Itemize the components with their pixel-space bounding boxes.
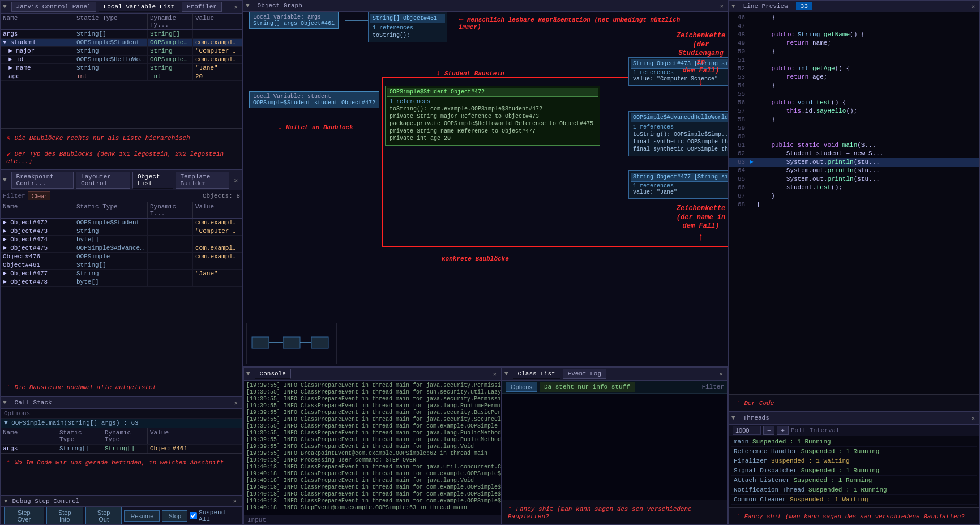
resume-button[interactable]: Resume: [124, 510, 160, 522]
suspend-all-checkbox[interactable]: [190, 512, 197, 519]
collapse-bp-icon[interactable]: ▼: [3, 177, 7, 183]
table-row[interactable]: ► Object#477 String "Jane": [1, 270, 242, 278]
annotation-typ-baublock: ↙ Der Typ des Baublocks (denk 1x1 legost…: [3, 147, 240, 167]
poll-minus-button[interactable]: −: [763, 426, 774, 435]
tab-object-list[interactable]: Object List: [132, 172, 173, 189]
table-row[interactable]: ► Object#475 OOPSimple$AdvancedHelloW...…: [1, 244, 242, 253]
svg-rect-6: [283, 337, 300, 348]
object475-node: OOPSimple$AdvancedHelloWorld Ob... 1 ref…: [628, 111, 728, 156]
console-line: [19:40:18] INFO ClassPrepareEvent in thr…: [246, 484, 499, 490]
console-line: [19:40:18] INFO StepEvent@com.example.OO…: [246, 504, 499, 511]
call-stack-options: Options: [1, 409, 242, 419]
table-row[interactable]: ► name String String "Jane": [1, 64, 242, 72]
code-line: 61 public static void main(S...: [729, 141, 979, 150]
collapse-icon[interactable]: ▼: [3, 3, 7, 10]
stop-button[interactable]: Stop: [162, 510, 187, 522]
table-row[interactable]: ► Object#473 String "Computer Science": [1, 227, 242, 236]
close-cs-button[interactable]: ✕: [232, 399, 240, 407]
collapse-cs-icon[interactable]: ▼: [3, 399, 7, 406]
table-row[interactable]: ▼ student OOPSimple$Student OOPSimple$S.…: [1, 39, 242, 47]
console-line: [19:40:18] INFO Processing user command:…: [246, 456, 499, 463]
code-line: 66 student.test();: [729, 183, 979, 192]
table-row[interactable]: ► major String String "Computer Science": [1, 47, 242, 56]
table-row[interactable]: age int int 20: [1, 72, 242, 81]
debug-step-header: ▼ Debug Step Control ✕: [1, 496, 242, 506]
table-row[interactable]: ► Object#478 byte[]: [1, 278, 242, 287]
collapse-debug-icon[interactable]: ▼: [4, 498, 8, 505]
tab-event-log[interactable]: Event Log: [563, 369, 606, 379]
thread-item[interactable]: Attach Listener Suspended : 1 Running: [731, 476, 977, 485]
line-preview-title: Line Preview: [740, 2, 791, 11]
collapse-lp-icon[interactable]: ▼: [731, 3, 735, 10]
line-preview-annotation-container: ↑ Der Code: [729, 394, 979, 411]
cs-table-header: Name Static Type Dynamic Type Value: [1, 428, 242, 445]
thread-item[interactable]: Reference Handler Suspended : 1 Running: [731, 447, 977, 456]
close-console-button[interactable]: ✕: [490, 370, 499, 378]
call-stack-entry[interactable]: ▼ OOPSimple.main(String[] args) : 63: [1, 419, 242, 428]
collapse-threads-icon[interactable]: ▼: [731, 415, 735, 421]
table-row[interactable]: Object#461 String[]: [1, 261, 242, 270]
table-row[interactable]: ► Object#474 byte[]: [1, 236, 242, 244]
current-line-indicator: 33: [796, 2, 812, 10]
code-line: 57 this.id.sayHello();: [729, 107, 979, 116]
thread-item[interactable]: Notification Thread Suspended : 1 Runnin…: [731, 485, 977, 495]
code-line: 67 }: [729, 192, 979, 200]
poll-interval-input[interactable]: [733, 426, 761, 435]
class-list-header: ▼ Class List Event Log ✕: [502, 368, 727, 381]
threads-title: Threads: [740, 413, 773, 422]
close-threads-button[interactable]: ✕: [969, 415, 977, 422]
console-line: [19:39:55] INFO ClassPrepareEvent in thr…: [246, 389, 499, 395]
console-line: [19:39:55] INFO BreakpointEvent@com.exam…: [246, 450, 499, 456]
step-into-button[interactable]: Step Into: [46, 507, 83, 525]
close-local-var-button[interactable]: ✕: [232, 3, 240, 11]
table-row[interactable]: ► Object#472 OOPSimple$Student com.examp…: [1, 219, 242, 227]
tab-local-variable-list[interactable]: Local Variable List: [99, 2, 179, 12]
table-row[interactable]: args String[] String[]: [1, 30, 242, 39]
console-output: [19:39:55] INFO ClassPrepareEvent in thr…: [244, 381, 501, 515]
collapse-cl-icon[interactable]: ▼: [504, 370, 508, 377]
annotation-bausteine-list: ↑ Die Bausteine nochmal alle aufgelistet: [3, 381, 240, 394]
annotation-der-code: ↑ Der Code: [733, 396, 976, 409]
tab-class-list[interactable]: Class List: [513, 369, 560, 379]
tab-console[interactable]: Console: [255, 369, 291, 379]
step-out-button[interactable]: Step Out: [85, 507, 122, 525]
collapse-og-icon[interactable]: ▼: [246, 2, 250, 9]
table-row[interactable]: ► id OOPSimple$HelloWorld OOPSimple$A...…: [1, 56, 242, 64]
tab-jarvis-control[interactable]: Jarvis Control Panel: [11, 2, 96, 12]
close-cl-button[interactable]: ✕: [717, 370, 725, 378]
tab-layouter-control[interactable]: Layouter Control: [76, 172, 130, 189]
console-line: [19:40:18] INFO ClassPrepareEvent in thr…: [246, 477, 499, 484]
step-over-button[interactable]: Step Over: [4, 507, 44, 525]
annotation-student-baustein: ↓ Student Baustein: [436, 69, 504, 78]
close-bp-button[interactable]: ✕: [232, 177, 240, 184]
tab-breakpoint-control[interactable]: Breakpoint Contr...: [11, 172, 74, 189]
object473-node: String Object#473 [String simplifi... 1 …: [628, 57, 728, 86]
close-og-button[interactable]: ✕: [717, 2, 726, 10]
close-lp-button[interactable]: ✕: [969, 3, 977, 10]
svg-rect-5: [252, 337, 269, 348]
console-line: [19:40:18] INFO ClassPrepareEvent in thr…: [246, 490, 499, 497]
collapse-console-icon[interactable]: ▼: [246, 370, 250, 377]
tab-template-builder[interactable]: Template Builder: [176, 172, 230, 189]
console-line: [19:39:55] INFO ClassPrepareEvent in thr…: [246, 443, 499, 450]
poll-plus-button[interactable]: +: [777, 426, 788, 435]
options-button[interactable]: Options: [506, 382, 537, 392]
cs-table-row[interactable]: args String[] String[] Object#461 =: [1, 445, 242, 453]
close-debug-button[interactable]: ✕: [230, 497, 239, 505]
suspend-all-checkbox-item[interactable]: Suspend All: [190, 509, 239, 523]
col-value: Value: [193, 14, 242, 29]
code-line: 56 public void test() {: [729, 99, 979, 107]
debug-control-bar: Step Over Step Into Step Out Resume Stop…: [1, 506, 242, 524]
thread-item[interactable]: Finalizer Suspended : 1 Waiting: [731, 456, 977, 466]
table-row[interactable]: Object#476 OOPSimple com.example.OOPSimp…: [1, 253, 242, 261]
line-preview-header: ▼ Line Preview 33 ✕: [729, 1, 979, 12]
tab-profiler[interactable]: Profiler: [182, 2, 222, 12]
thread-item[interactable]: Signal Dispatcher Suspended : 1 Running: [731, 466, 977, 476]
code-line: 52 public int getAge() {: [729, 65, 979, 73]
console-line: [19:40:18] INFO ClassPrepareEvent in thr…: [246, 497, 499, 504]
annotation-call-stack: ↑ Wo Im Code wir uns gerade befinden, in…: [3, 456, 240, 469]
thread-item[interactable]: Common-Cleaner Suspended : 1 Waiting: [731, 495, 977, 505]
local-var-table-body: args String[] String[] ▼ student OOPSimp…: [1, 30, 242, 128]
thread-item[interactable]: main Suspended : 1 Running: [731, 437, 977, 447]
clear-button[interactable]: Clear: [28, 191, 50, 200]
